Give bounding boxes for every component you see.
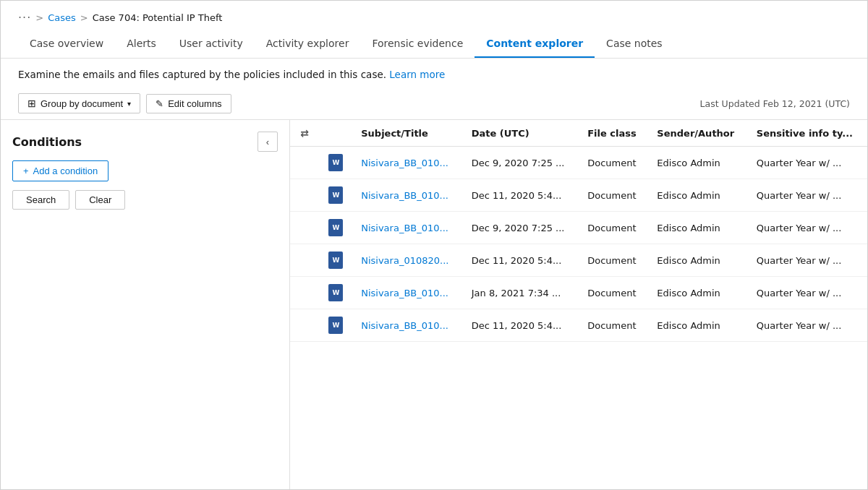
- row-file-icon: W: [319, 277, 352, 309]
- row-checkbox-cell: [290, 179, 319, 212]
- row-checkbox-cell: [290, 309, 319, 342]
- row-file-icon: W: [319, 212, 352, 244]
- row-file-class: Document: [579, 179, 648, 212]
- word-file-icon: W: [328, 284, 343, 301]
- row-subject[interactable]: Nisivara_BB_010...: [352, 212, 463, 244]
- row-sensitive-info: Quarter Year w/ ...: [748, 277, 867, 309]
- table-row[interactable]: WNisivara_010820...Dec 11, 2020 5:4...Do…: [290, 244, 867, 277]
- group-by-label: Group by document: [41, 98, 123, 109]
- breadcrumb-sep1: >: [35, 12, 43, 23]
- col-header-subject[interactable]: Subject/Title: [352, 120, 463, 147]
- word-file-icon: W: [328, 317, 343, 334]
- row-date: Dec 9, 2020 7:25 ...: [463, 212, 579, 244]
- row-subject[interactable]: Nisivara_BB_010...: [352, 147, 463, 179]
- row-sensitive-info: Quarter Year w/ ...: [748, 212, 867, 244]
- edit-columns-label: Edit columns: [168, 98, 221, 109]
- group-by-icon: ⊞: [27, 98, 36, 109]
- breadcrumb-sep2: >: [80, 12, 88, 23]
- conditions-panel: Conditions ‹ + Add a condition Search Cl…: [1, 120, 290, 489]
- edit-columns-icon: ✎: [156, 98, 163, 109]
- last-updated: Last Updated Feb 12, 2021 (UTC): [700, 98, 850, 109]
- table-row[interactable]: WNisivara_BB_010...Dec 9, 2020 7:25 ...D…: [290, 212, 867, 244]
- row-checkbox-cell: [290, 277, 319, 309]
- col-header-file-class[interactable]: File class: [579, 120, 648, 147]
- row-sender: Edisco Admin: [648, 309, 747, 342]
- row-subject[interactable]: Nisivara_BB_010...: [352, 277, 463, 309]
- col-header-sensitive[interactable]: Sensitive info ty...: [748, 120, 867, 147]
- row-date: Dec 9, 2020 7:25 ...: [463, 147, 579, 179]
- col-header-checkbox: ⇄: [290, 120, 319, 147]
- group-by-button[interactable]: ⊞ Group by document ▾: [18, 93, 140, 113]
- row-file-class: Document: [579, 212, 648, 244]
- tab-user-activity[interactable]: User activity: [168, 32, 255, 58]
- row-file-class: Document: [579, 244, 648, 277]
- tab-content-explorer[interactable]: Content explorer: [475, 32, 595, 58]
- row-date: Dec 11, 2020 5:4...: [463, 179, 579, 212]
- row-file-icon: W: [319, 244, 352, 277]
- row-sensitive-info: Quarter Year w/ ...: [748, 179, 867, 212]
- add-condition-label: Add a condition: [33, 166, 98, 176]
- conditions-title: Conditions: [12, 135, 82, 149]
- breadcrumb-dots: ···: [18, 11, 31, 25]
- row-sensitive-info: Quarter Year w/ ...: [748, 244, 867, 277]
- table-header-row: ⇄ Subject/Title Date (UTC) File class: [290, 120, 867, 147]
- tab-alerts[interactable]: Alerts: [115, 32, 168, 58]
- page-description: Examine the emails and files captured by…: [1, 59, 867, 87]
- row-sender: Edisco Admin: [648, 277, 747, 309]
- edit-columns-button[interactable]: ✎ Edit columns: [146, 94, 231, 113]
- row-checkbox-cell: [290, 212, 319, 244]
- word-file-icon: W: [328, 252, 343, 269]
- table-row[interactable]: WNisivara_BB_010...Dec 11, 2020 5:4...Do…: [290, 179, 867, 212]
- chevron-down-icon: ▾: [127, 100, 131, 108]
- add-condition-button[interactable]: + Add a condition: [12, 160, 109, 181]
- row-subject[interactable]: Nisivara_BB_010...: [352, 179, 463, 212]
- table-row[interactable]: WNisivara_BB_010...Dec 11, 2020 5:4...Do…: [290, 309, 867, 342]
- main-content: Conditions ‹ + Add a condition Search Cl…: [1, 119, 867, 489]
- col-header-date[interactable]: Date (UTC): [463, 120, 579, 147]
- breadcrumb: ··· > Cases > Case 704: Potential IP The…: [1, 1, 867, 32]
- row-sender: Edisco Admin: [648, 147, 747, 179]
- row-file-icon: W: [319, 147, 352, 179]
- content-table-area: ⇄ Subject/Title Date (UTC) File class: [290, 120, 867, 489]
- col-header-sender[interactable]: Sender/Author: [648, 120, 747, 147]
- clear-button[interactable]: Clear: [75, 190, 125, 210]
- row-sender: Edisco Admin: [648, 212, 747, 244]
- header-icon: ⇄: [300, 127, 309, 139]
- row-checkbox-cell: [290, 147, 319, 179]
- collapse-panel-button[interactable]: ‹: [258, 132, 278, 152]
- row-sensitive-info: Quarter Year w/ ...: [748, 309, 867, 342]
- row-checkbox-cell: [290, 244, 319, 277]
- tab-case-overview[interactable]: Case overview: [18, 32, 115, 58]
- breadcrumb-cases[interactable]: Cases: [48, 12, 76, 23]
- row-file-class: Document: [579, 277, 648, 309]
- row-file-class: Document: [579, 309, 648, 342]
- tab-activity-explorer[interactable]: Activity explorer: [255, 32, 361, 58]
- search-button[interactable]: Search: [12, 190, 69, 210]
- row-subject[interactable]: Nisivara_010820...: [352, 244, 463, 277]
- row-sensitive-info: Quarter Year w/ ...: [748, 147, 867, 179]
- col-header-file-icon: [319, 120, 352, 147]
- row-file-class: Document: [579, 147, 648, 179]
- table-row[interactable]: WNisivara_BB_010...Dec 9, 2020 7:25 ...D…: [290, 147, 867, 179]
- row-date: Jan 8, 2021 7:34 ...: [463, 277, 579, 309]
- content-table: ⇄ Subject/Title Date (UTC) File class: [290, 120, 867, 342]
- row-file-icon: W: [319, 179, 352, 212]
- word-file-icon: W: [328, 219, 343, 236]
- row-sender: Edisco Admin: [648, 179, 747, 212]
- breadcrumb-current: Case 704: Potential IP Theft: [93, 12, 223, 23]
- plus-icon: +: [23, 166, 29, 176]
- learn-more-link[interactable]: Learn more: [389, 69, 445, 80]
- row-date: Dec 11, 2020 5:4...: [463, 309, 579, 342]
- tab-case-notes[interactable]: Case notes: [595, 32, 674, 58]
- row-date: Dec 11, 2020 5:4...: [463, 244, 579, 277]
- tabs-nav: Case overview Alerts User activity Activ…: [1, 32, 867, 59]
- toolbar: ⊞ Group by document ▾ ✎ Edit columns Las…: [1, 87, 867, 119]
- word-file-icon: W: [328, 154, 343, 171]
- row-sender: Edisco Admin: [648, 244, 747, 277]
- table-row[interactable]: WNisivara_BB_010...Jan 8, 2021 7:34 ...D…: [290, 277, 867, 309]
- collapse-icon: ‹: [266, 137, 269, 147]
- word-file-icon: W: [328, 186, 343, 204]
- tab-forensic-evidence[interactable]: Forensic evidence: [360, 32, 475, 58]
- row-subject[interactable]: Nisivara_BB_010...: [352, 309, 463, 342]
- row-file-icon: W: [319, 309, 352, 342]
